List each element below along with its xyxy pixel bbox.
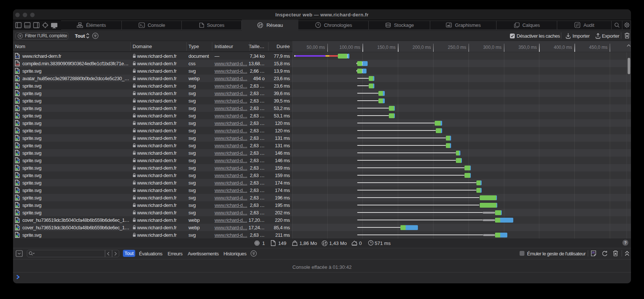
svg-text:css: css [16, 63, 19, 65]
svg-text:JS: JS [592, 251, 595, 254]
